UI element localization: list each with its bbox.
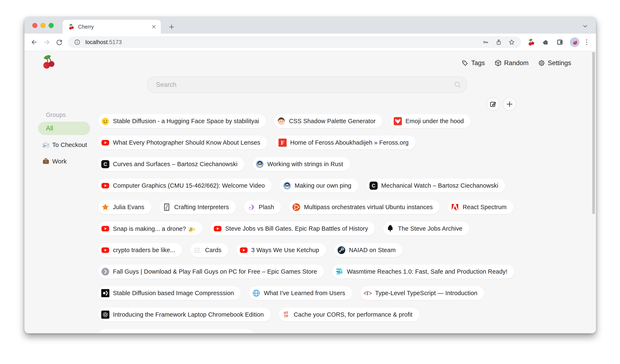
bookmark-pill[interactable]: Snap is making... a drone? 🚁 (98, 222, 202, 236)
bookmark-pill[interactable]: CMechanical Watch – Bartosz Ciechanowski (366, 179, 505, 193)
bookmark-pill[interactable]: crypto traders be like... (98, 243, 182, 257)
search-input[interactable] (155, 81, 454, 89)
bookmark-pill[interactable]: Plash (244, 200, 281, 214)
bookmark-title: 3 Ways We Use Ketchup (251, 247, 319, 254)
bookmark-pill[interactable]: Computer Graphics (CMU 15-462/662): Welc… (98, 179, 272, 193)
tab-close-icon[interactable] (150, 23, 158, 31)
bookmark-pill[interactable]: CSS Shadow Palette Generator (274, 114, 382, 128)
globe-favicon (252, 289, 260, 297)
bookmark-title: Wasmtime Reaches 1.0: Fast, Safe and Pro… (347, 268, 508, 275)
zoom-window-button[interactable] (49, 23, 54, 28)
reload-button[interactable] (54, 37, 65, 48)
bookmark-pill[interactable]: Emoji under the hood (391, 114, 471, 128)
bookmark-row: Fall Guys | Download & Play Fall Guys on… (98, 265, 588, 279)
forward-button[interactable] (41, 37, 52, 48)
bookmark-pill[interactable]: What Every Photographer Should Know Abou… (98, 136, 267, 150)
share-icon[interactable] (494, 37, 504, 47)
action-buttons (486, 97, 516, 111)
avatar-amos-favicon (283, 182, 291, 190)
tag-icon (462, 60, 469, 67)
extensions-puzzle-icon[interactable] (541, 38, 550, 47)
nav-tags[interactable]: Tags (462, 59, 485, 67)
page-scrollbar[interactable] (592, 52, 595, 214)
bookmark-pill[interactable]: CCurves and Surfaces – Bartosz Ciechanow… (98, 157, 245, 171)
address-bar[interactable]: localhost:5173 (68, 36, 521, 48)
bookmark-pill[interactable]: Making our own ping (280, 179, 358, 193)
bookmark-pill[interactable]: NAIAD on Steam (334, 243, 403, 257)
svg-text:C: C (372, 183, 375, 188)
bookmark-pill-partial[interactable] (98, 329, 254, 333)
nav-label: Tags (471, 59, 485, 67)
youtube-favicon (101, 225, 109, 233)
close-window-button[interactable] (32, 23, 37, 28)
bookmark-pill[interactable]: Multipass orchestrates virtual Ubuntu in… (289, 200, 440, 214)
back-button[interactable] (29, 37, 40, 48)
browser-window: Cherry localhost:5173 (24, 17, 596, 333)
bookmark-pill[interactable]: The Steve Jobs Archive (383, 222, 469, 236)
bookmark-pill[interactable]: Crafting Interpreters (159, 200, 236, 214)
bookmark-pill[interactable]: React Spectrum (448, 200, 513, 214)
profile-avatar[interactable] (570, 37, 579, 47)
youtube-favicon (101, 182, 109, 190)
browser-menu-icon[interactable] (585, 38, 589, 46)
group-work[interactable]: Work (38, 155, 90, 168)
bookmark-pill[interactable]: Wasmtime Reaches 1.0: Fast, Safe and Pro… (332, 265, 514, 279)
ciechanowski-favicon: C (370, 182, 378, 190)
bookmark-title: The Steve Jobs Archive (398, 225, 462, 232)
group-to-checkout[interactable]: To Checkout (38, 138, 90, 152)
adobe-favicon (451, 203, 459, 211)
bookmark-pill[interactable]: What I've Learned from Users (249, 286, 352, 300)
bookmark-row: Snap is making... a drone? 🚁Steve Jobs v… (98, 222, 588, 236)
minimize-window-button[interactable] (41, 23, 46, 28)
add-bookmark-button[interactable] (503, 97, 516, 111)
group-list: AllTo CheckoutWork (38, 122, 90, 168)
traffic-lights (32, 23, 54, 28)
bookmark-pill[interactable]: FHome of Feross Aboukhadijeh » Feross.or… (275, 136, 415, 150)
bookmark-pill[interactable]: Steve Jobs vs Bill Gates. Epic Rap Battl… (210, 222, 375, 236)
avatar-josh-favicon (277, 117, 285, 125)
nav-random[interactable]: Random (495, 59, 528, 67)
password-key-icon[interactable] (481, 37, 491, 47)
sdcompress-favicon (101, 289, 109, 297)
youtube-favicon (240, 246, 248, 254)
bookmark-title: What Every Photographer Should Know Abou… (113, 139, 260, 146)
briefcase-icon (42, 158, 50, 165)
bookmark-pill[interactable]: <T>Type-Level TypeScript — Introduction (360, 286, 484, 300)
nav-settings[interactable]: Settings (538, 59, 571, 67)
bookmark-pill[interactable]: Cards (190, 243, 228, 257)
bookmark-pill[interactable]: Julia Evans (98, 200, 151, 214)
bookmark-pill[interactable]: 3 Ways We Use Ketchup (236, 243, 326, 257)
bookmark-pill[interactable]: Introducing the Framework Laptop Chromeb… (98, 308, 271, 322)
bookmark-pill[interactable]: Stable Diffusion - a Hugging Face Space … (98, 114, 266, 128)
dice-icon (495, 60, 502, 67)
book-favicon (163, 203, 171, 211)
typelevel-favicon: <T> (363, 289, 372, 297)
bookmark-star-icon[interactable] (507, 37, 516, 47)
bookmark-title: Mechanical Watch – Bartosz Ciechanowski (381, 182, 498, 189)
browser-toolbar: localhost:5173 (24, 34, 596, 51)
bookmark-title: crypto traders be like... (113, 247, 175, 254)
edit-bookmarks-button[interactable] (486, 97, 500, 111)
bookmark-pill[interactable]: Stable Diffusion based Image Compresssio… (98, 286, 241, 300)
ubuntu-favicon (292, 203, 300, 211)
bookmark-row: Introducing the Framework Laptop Chromeb… (98, 308, 588, 322)
browser-tab[interactable]: Cherry (63, 20, 161, 34)
epic-favicon (101, 268, 109, 276)
bookmark-title: Type-Level TypeScript — Introduction (375, 290, 477, 297)
cherry-extension-icon[interactable] (527, 38, 535, 46)
search-bar[interactable] (147, 76, 467, 93)
bookmark-pill[interactable]: Fall Guys | Download & Play Fall Guys on… (98, 265, 324, 279)
bookmark-title: Cards (205, 247, 221, 254)
bookmark-pill[interactable]: Working with strings in Rust (253, 157, 350, 171)
group-all[interactable]: All (38, 122, 90, 135)
side-panel-icon[interactable] (555, 38, 564, 47)
tab-list-chevron-icon[interactable] (581, 22, 589, 30)
new-tab-button[interactable] (166, 21, 177, 32)
extension-area (524, 37, 592, 47)
bookmark-title: Emoji under the hood (405, 118, 464, 125)
youtube-favicon (101, 246, 109, 254)
site-info-icon[interactable] (72, 37, 82, 47)
bookmark-title: Computer Graphics (CMU 15-462/662): Welc… (113, 182, 265, 189)
bookmark-pill[interactable]: HTTPCache your CORS, for performance & p… (279, 308, 419, 322)
bookmark-title: Steve Jobs vs Bill Gates. Epic Rap Battl… (225, 225, 368, 232)
